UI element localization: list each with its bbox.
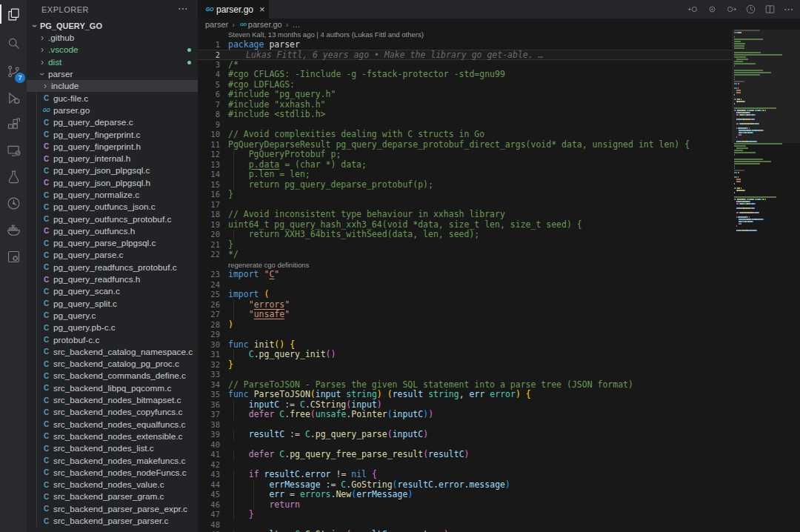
code-line[interactable]: 47 } xyxy=(198,510,732,520)
code-line[interactable]: 9 xyxy=(198,120,732,130)
tree-item[interactable]: Csrc_backend_nodes_bitmapset.c xyxy=(27,394,198,406)
code-line[interactable]: 42 xyxy=(198,460,732,471)
code-line[interactable]: 10// Avoid complexities dealing with C s… xyxy=(198,130,732,140)
code-line[interactable]: 6#include "pg_query.h" xyxy=(198,90,732,100)
code-line[interactable]: 28) xyxy=(198,320,732,330)
tree-item[interactable]: Cpg_query_readfuncs.h xyxy=(27,273,198,285)
code-line[interactable]: 27 "unsafe" xyxy=(198,310,732,320)
docker-icon[interactable] xyxy=(0,217,27,242)
tree-item[interactable]: Cpg_query_outfuncs_protobuf.c xyxy=(27,213,198,225)
code-line[interactable]: 30func init() { xyxy=(198,340,732,350)
code-line[interactable]: 31 C.pg_query_init() xyxy=(198,350,732,360)
codelens[interactable]: Steven Kalt, 13 months ago | 4 authors (… xyxy=(198,30,732,40)
tree-item[interactable]: ›include xyxy=(27,80,198,92)
files-icon[interactable] xyxy=(0,1,27,27)
code-line[interactable]: 3/* xyxy=(198,60,732,70)
code-line[interactable]: 40 xyxy=(198,440,732,450)
tree-item[interactable]: Cpg_query_scan.c xyxy=(27,285,198,297)
source-control-icon[interactable]: 7 xyxy=(0,59,27,84)
remote-explorer-icon[interactable] xyxy=(0,138,27,163)
code-line[interactable]: 15 return pg_query_deparse_protobuf(p); xyxy=(198,180,732,190)
tree-item[interactable]: Csrc_backend_nodes_value.c xyxy=(27,479,198,491)
code-line[interactable]: 34// ParseToJSON - Parses the given SQL … xyxy=(198,380,732,390)
code-line[interactable]: 11PgQueryDeparseResult pg_query_deparse_… xyxy=(198,140,732,150)
tree-item[interactable]: ›.github xyxy=(27,32,198,44)
explorer-more-actions-icon[interactable]: ⋯ xyxy=(178,2,189,14)
tree-item[interactable]: Csrc_backend_nodes_makefuncs.c xyxy=(27,454,198,466)
tree-root-pg-query-go[interactable]: › PG_QUERY_GO xyxy=(27,19,198,32)
tree-item[interactable]: Cpg_query_deparse.c xyxy=(27,116,198,128)
tree-item[interactable]: Csrc_backend_parser_parser.c xyxy=(27,515,198,527)
tree-item[interactable]: Cpg_query_readfuncs_protobuf.c xyxy=(27,262,198,273)
tree-item[interactable]: Csrc_backend_parser_parse_expr.c xyxy=(27,503,198,515)
extensions-icon[interactable] xyxy=(0,111,27,136)
tree-item[interactable]: Cguc-file.c xyxy=(27,92,198,104)
split-editor-icon[interactable] xyxy=(764,4,776,15)
tree-item[interactable]: Csrc_backend_parser_gram.c xyxy=(27,491,198,502)
tree-item[interactable]: Cpg_query_fingerprint.c xyxy=(27,128,198,140)
code-line[interactable]: 5#cgo LDFLAGS: xyxy=(198,80,732,90)
tree-item[interactable]: Cpg_query_normalize.c xyxy=(27,189,198,201)
tree-item[interactable]: Cpg_query_json_plpgsql.h xyxy=(27,177,198,189)
tree-item[interactable]: Cpg_query.c xyxy=(27,310,198,322)
open-changes-icon[interactable] xyxy=(707,4,718,15)
code-line[interactable]: 14 p.len = len; xyxy=(198,170,732,180)
tree-item[interactable]: ›parser xyxy=(27,68,198,80)
code-line[interactable]: 25import ( xyxy=(198,290,732,300)
code-line[interactable]: 8#include <stdlib.h> xyxy=(198,110,732,120)
tree-item[interactable]: Cpg_query_parse_plpgsql.c xyxy=(27,237,198,249)
code-line[interactable]: 7#include "xxhash.h" xyxy=(198,100,732,110)
tab-parser-go[interactable]: GO parser.go × xyxy=(198,0,269,19)
breadcrumb-segment[interactable]: … xyxy=(292,20,300,29)
code-line[interactable]: 44 errMessage := C.GoString(resultC.erro… xyxy=(198,480,732,491)
codelens[interactable]: regenerate cgo definitions xyxy=(198,260,732,270)
code-line[interactable]: 22*/ xyxy=(198,250,732,260)
breadcrumb-segment[interactable]: parser.go xyxy=(248,20,282,29)
tree-item[interactable]: Cpg_query_fingerprint.h xyxy=(27,141,198,153)
code-line[interactable]: 4#cgo CFLAGS: -Iinclude -g -fstack-prote… xyxy=(198,70,732,80)
tree-item[interactable]: GOparser.go xyxy=(27,104,198,116)
code-line[interactable]: 39 resultC := C.pg_query_parse(inputC) xyxy=(198,430,732,440)
code-line[interactable]: 19uint64_t pg_query_hash_xxh3_64(void *d… xyxy=(198,220,732,230)
code-line[interactable]: 18// Avoid inconsistent type behaviour i… xyxy=(198,210,732,220)
tree-item[interactable]: Csrc_backend_libpq_pqcomm.c xyxy=(27,382,198,394)
code-line[interactable]: 1package parser xyxy=(198,40,732,50)
code-line[interactable]: 16} xyxy=(198,190,732,200)
code-line[interactable]: 48 xyxy=(198,520,732,531)
tree-item[interactable]: Csrc_backend_nodes_extensible.c xyxy=(27,430,198,442)
testing-icon[interactable] xyxy=(0,164,27,189)
tree-item[interactable]: ›.vscode xyxy=(27,44,198,56)
tree-item[interactable]: Cpg_query_split.c xyxy=(27,298,198,310)
breadcrumb-segment[interactable]: parser xyxy=(205,20,228,29)
code-line[interactable]: 36 inputC := C.CString(input) xyxy=(198,400,732,410)
open-changes-prev-icon[interactable] xyxy=(687,4,699,15)
tree-item[interactable]: Cpg_query.pb-c.c xyxy=(27,322,198,333)
code-line[interactable]: 29 xyxy=(198,330,732,340)
code-line[interactable]: 43 if resultC.error != nil { xyxy=(198,470,732,480)
code-line[interactable]: 26 "errors" xyxy=(198,300,732,310)
gitlens-file-history-icon[interactable] xyxy=(745,4,756,15)
tree-item[interactable]: Csrc_backend_nodes_copyfuncs.c xyxy=(27,406,198,418)
tree-item[interactable]: Csrc_backend_nodes_nodeFuncs.c xyxy=(27,467,198,479)
tree-item[interactable]: Csrc_backend_nodes_equalfuncs.c xyxy=(27,419,198,430)
tree-item[interactable]: Cpg_query_outfuncs.h xyxy=(27,225,198,237)
tree-item[interactable]: Cpg_query_parse.c xyxy=(27,249,198,261)
code-line[interactable]: 45 err = errors.New(errMessage) xyxy=(198,490,732,500)
tree-item[interactable]: Cpg_query_internal.h xyxy=(27,153,198,164)
run-debug-icon[interactable] xyxy=(0,85,27,110)
extension-settings-icon[interactable] xyxy=(0,244,27,269)
minimap[interactable] xyxy=(732,30,800,532)
tree-item[interactable]: Csrc_backend_nodes_list.c xyxy=(27,442,198,454)
tree-item[interactable]: Csrc_backend_catalog_namespace.c xyxy=(27,346,198,358)
code-line[interactable]: 21} xyxy=(198,240,732,250)
code-line[interactable]: 17 xyxy=(198,200,732,210)
gitlens-icon[interactable] xyxy=(0,190,27,216)
tree-item[interactable]: Csrc_backend_catalog_pg_proc.c xyxy=(27,358,198,370)
code-line[interactable]: 35func ParseToJSON(input string) (result… xyxy=(198,390,732,400)
code-line[interactable]: 24 xyxy=(198,280,732,290)
tree-item[interactable]: Csrc_backend_commands_define.c xyxy=(27,370,198,382)
tree-item[interactable]: Cpg_query_outfuncs_json.c xyxy=(27,201,198,213)
search-icon[interactable] xyxy=(0,30,27,56)
more-actions-icon[interactable]: ⋯ xyxy=(784,4,794,15)
code-line[interactable]: 23import "C" xyxy=(198,270,732,280)
